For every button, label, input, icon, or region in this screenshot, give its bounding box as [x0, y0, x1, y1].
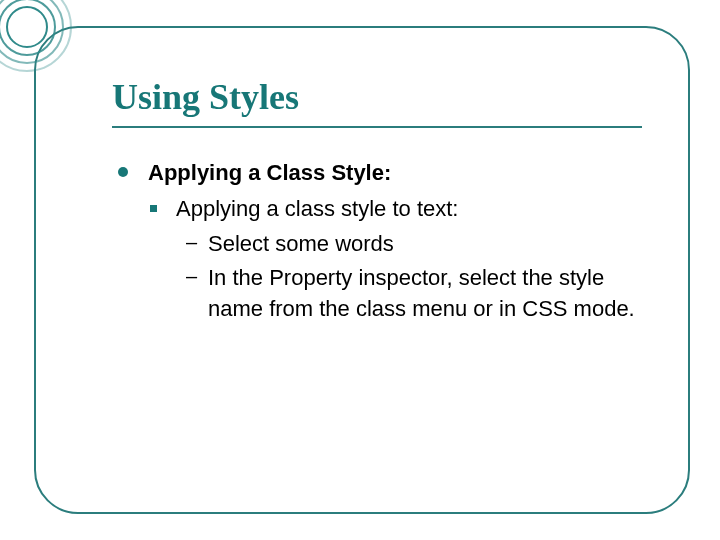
bullet-level-3: In the Property inspector, select the st…	[186, 262, 658, 324]
slide-title: Using Styles	[112, 76, 299, 118]
slide: Using Styles Applying a Class Style: App…	[0, 0, 720, 540]
slide-body: Applying a Class Style: Applying a class…	[118, 158, 658, 326]
bullet-level-2: Applying a class style to text:	[148, 194, 658, 225]
bullet-level-3: Select some words	[186, 228, 658, 259]
corner-decoration	[0, 0, 72, 72]
bullet-level-1: Applying a Class Style:	[118, 158, 658, 188]
title-underline	[112, 126, 642, 128]
ring-icon	[6, 6, 48, 48]
